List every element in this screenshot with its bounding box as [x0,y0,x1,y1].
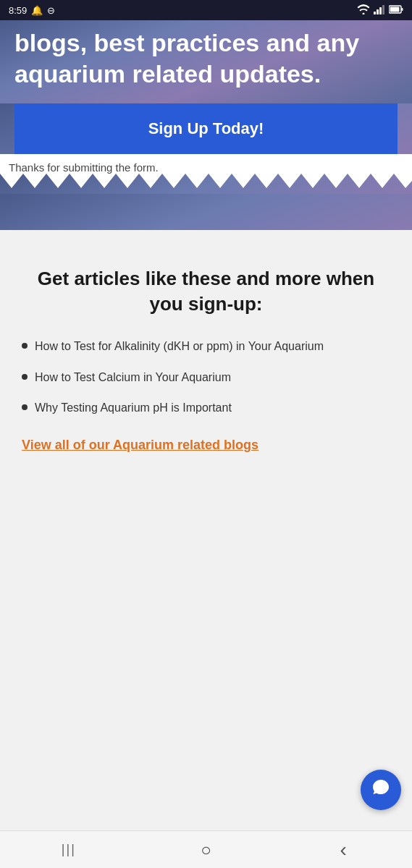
battery-icon [389,5,403,16]
bottom-nav: ||| ○ ‹ [0,830,412,868]
form-submitted-text: Thanks for submitting the form. [9,161,403,174]
hero-text: blogs, best practices and any aquarium r… [14,20,398,103]
time: 8:59 [9,5,27,16]
article-text-3: Why Testing Aquarium pH is Important [35,400,232,416]
notification-icon: 🔔 [31,5,43,16]
list-item: Why Testing Aquarium pH is Important [22,400,390,416]
bullet-icon [22,343,28,349]
nav-back-button[interactable]: ‹ [321,835,365,864]
chat-icon [371,778,391,802]
signup-button[interactable]: Sign Up Today! [14,103,398,154]
chat-button[interactable] [361,770,401,810]
content-section: Get articles like these and more when yo… [0,230,412,496]
article-text-1: How to Test for Alkalinity (dKH or ppm) … [35,339,324,354]
bullet-icon [22,404,28,410]
status-bar: 8:59 🔔 ⊖ [0,0,412,20]
hero-section: blogs, best practices and any aquarium r… [0,20,412,103]
svg-rect-2 [379,7,382,14]
svg-rect-6 [402,8,403,11]
list-item: How to Test for Alkalinity (dKH or ppm) … [22,339,390,354]
wifi-icon [357,4,370,17]
minus-icon: ⊖ [47,5,55,16]
home-icon: ○ [201,840,211,860]
articles-list: How to Test for Alkalinity (dKH or ppm) … [22,339,390,416]
nav-home-button[interactable]: ○ [184,835,227,864]
article-text-2: How to Test Calcium in Your Aquarium [35,370,231,386]
svg-rect-0 [374,12,376,14]
back-icon: ‹ [340,838,346,861]
list-item: How to Test Calcium in Your Aquarium [22,370,390,386]
status-left: 8:59 🔔 ⊖ [9,5,55,16]
nav-menu-button[interactable]: ||| [47,835,91,864]
content-heading: Get articles like these and more when yo… [22,266,390,317]
svg-rect-3 [382,5,384,14]
hero-bg-filler [0,194,412,230]
svg-rect-1 [377,9,379,14]
menu-icon: ||| [62,842,76,857]
zigzag-divider [0,174,412,194]
signal-icon [374,4,385,17]
bullet-icon [22,374,28,380]
view-all-blogs-link[interactable]: View all of our Aquarium related blogs [22,438,390,453]
svg-rect-5 [390,7,400,12]
status-right [357,4,403,17]
